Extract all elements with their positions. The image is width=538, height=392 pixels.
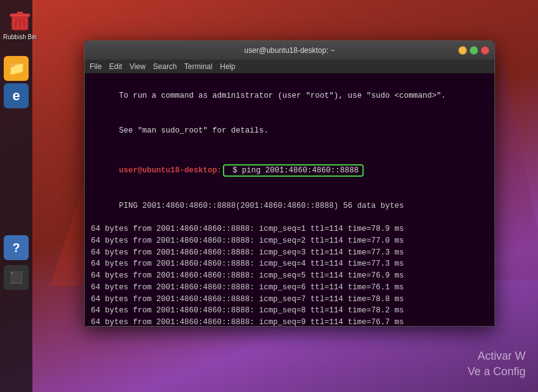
question-icon[interactable]: ?: [4, 235, 29, 260]
browser-icon[interactable]: e: [4, 83, 29, 108]
ping-line-1: 64 bytes from 2001:4860:4860::8888: icmp…: [91, 223, 488, 235]
sudo-notice-1: To run a command as administrator (user …: [91, 78, 488, 113]
window-controls: [458, 46, 489, 55]
sudo-notice-2: See "man sudo_root" for details.: [91, 113, 488, 148]
close-button[interactable]: [481, 46, 489, 55]
ping-line-6: 64 bytes from 2001:4860:4860::8888: icmp…: [91, 282, 488, 294]
ping-line-9: 64 bytes from 2001:4860:4860::8888: icmp…: [91, 317, 488, 326]
ping-line-4: 64 bytes from 2001:4860:4860::8888: icmp…: [91, 258, 488, 270]
terminal-prompt: user@ubuntu18-desktop:: [119, 166, 222, 175]
command-highlight: $ ping 2001:4860:4860::8888: [223, 164, 364, 177]
svg-rect-2: [17, 12, 23, 14]
ping-line-3: 64 bytes from 2001:4860:4860::8888: icmp…: [91, 247, 488, 259]
terminal-window: user@ubuntu18-desktop: ~ File Edit View …: [84, 40, 495, 327]
ping-header: PING 2001:4860:4860::8888(2001:4860:4860…: [91, 189, 488, 223]
sidebar-app-icons: 📁 e ? ⬛: [0, 56, 32, 290]
ping-line-8: 64 bytes from 2001:4860:4860::8888: icmp…: [91, 305, 488, 317]
ping-output-lines: 64 bytes from 2001:4860:4860::8888: icmp…: [91, 223, 488, 326]
svg-line-5: [24, 19, 24, 27]
ping-line-7: 64 bytes from 2001:4860:4860::8888: icmp…: [91, 294, 488, 306]
command-line: user@ubuntu18-desktop: $ ping 2001:4860:…: [91, 154, 488, 189]
menu-help[interactable]: Help: [220, 62, 235, 71]
minimize-button[interactable]: [458, 46, 467, 55]
svg-line-3: [16, 19, 16, 27]
rubbish-bin-desktop-icon[interactable]: Rubbish Bin: [3, 0, 37, 40]
menu-search[interactable]: Search: [153, 62, 177, 71]
menu-edit[interactable]: Edit: [109, 62, 122, 71]
rubbish-bin-label: Rubbish Bin: [3, 34, 37, 40]
menu-file[interactable]: File: [90, 62, 101, 71]
watermark-line1: Activar W: [468, 348, 526, 364]
terminal-menubar: File Edit View Search Terminal Help: [85, 60, 494, 73]
ping-line-5: 64 bytes from 2001:4860:4860::8888: icmp…: [91, 270, 488, 282]
menu-terminal[interactable]: Terminal: [184, 62, 212, 71]
files-icon[interactable]: 📁: [4, 56, 29, 81]
watermark: Activar W Ve a Config: [468, 348, 526, 380]
watermark-line2: Ve a Config: [468, 364, 526, 380]
terminal-titlebar: user@ubuntu18-desktop: ~: [85, 41, 494, 60]
terminal-title: user@ubuntu18-desktop: ~: [244, 46, 334, 55]
terminal-body[interactable]: To run a command as administrator (user …: [85, 73, 494, 326]
menu-view[interactable]: View: [130, 62, 146, 71]
system-icon[interactable]: ⬛: [4, 265, 29, 290]
maximize-button[interactable]: [470, 46, 478, 55]
rubbish-bin-icon: [7, 6, 33, 32]
ping-line-2: 64 bytes from 2001:4860:4860::8888: icmp…: [91, 235, 488, 247]
